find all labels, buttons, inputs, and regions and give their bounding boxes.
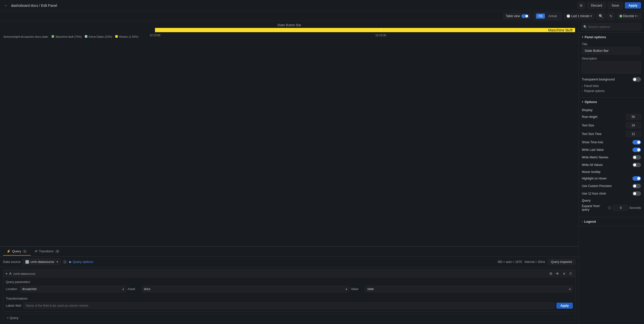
labels-field-input[interactable] [23,302,554,309]
discrete-selector[interactable]: Discrete ▾ › [617,13,641,19]
chevron-down-icon3: ▾ [57,260,58,263]
query-toolbar-left: Data source umh-datasource ▾ i ▶ Query o… [3,259,93,265]
apply-small-button[interactable]: Apply [556,303,573,309]
left-panel: State Button Bar Maschine läuft 12:13:00… [0,21,579,324]
highlight-hover-row: Highlight on Hover [582,176,641,181]
time-line-2: 12:13:30 [381,28,381,32]
collapse-button[interactable]: ▾ [6,272,7,275]
panel-options-label: Panel options [585,35,606,39]
transparent-bg-toggle[interactable] [632,77,641,82]
gear-button[interactable]: ⚙ [577,2,585,9]
write-last-value-track[interactable] [632,148,641,152]
chevron-right-icon3: › [582,90,583,92]
row-height-input[interactable] [626,114,641,120]
table-view-toggle[interactable]: Table view [503,13,531,19]
table-view-pill[interactable] [521,14,528,18]
description-field-label: Description [582,57,641,60]
query-row-actions: ⧉ 👁 ✕ ⠿ [549,271,573,276]
asset-value: docs [144,287,150,291]
asset-select[interactable]: docs ▾ [142,286,350,292]
tab-transform[interactable]: ⇄ Transform 0 [31,247,63,256]
panel-toolbar: Table view Fill Actual 🕐 Last 1 minute ▾… [0,11,644,21]
search-input[interactable] [581,23,641,30]
add-query-button[interactable]: + Query [3,314,576,322]
transparent-bg-label: Transparent background [582,78,615,81]
discard-button[interactable]: Discard [587,2,606,9]
remove-query-button[interactable]: ✕ [562,271,567,276]
query-params-label: Query parameters [6,280,573,284]
12h-clock-label: Use 12 hour clock [582,192,606,195]
datasource-selector[interactable]: umh-datasource ▾ [23,259,61,265]
repeat-options-link[interactable]: › Repeat options [582,89,641,93]
copy-query-button[interactable]: ⧉ [549,271,553,276]
interval-label: Interval = 20ms [524,260,545,264]
show-time-axis-thumb [637,141,640,144]
refresh-button[interactable]: ↻ [607,13,615,20]
write-all-values-label: Write All Values [582,163,603,167]
chevron-right-icon4: › [582,220,583,223]
location-select[interactable]: dccaachen ▾ [20,286,126,292]
panel-options-header[interactable]: ▾ Panel options [579,33,644,41]
expand-from-input[interactable] [613,205,628,211]
description-textarea[interactable] [582,61,641,73]
discrete-label: Discrete [623,14,634,18]
write-last-value-toggle[interactable] [632,148,641,152]
12h-clock-track[interactable] [632,191,641,196]
title-input[interactable] [582,47,641,54]
transform-badge: 0 [55,250,60,253]
query-section: ⚡ Query 1 ⇄ Transform 0 Data source umh-… [0,246,579,324]
panel-links-link[interactable]: › Panel links [582,84,641,88]
query-options-link[interactable]: ▶ Query options [69,260,93,264]
legend-header[interactable]: › Legend [579,217,644,226]
show-time-axis-row: Show Time Axis [582,140,641,145]
text-size-input[interactable] [626,122,641,128]
value-select[interactable]: state ▾ [365,286,573,292]
panel-options-body: Title Description Transparent background… [579,41,644,97]
12h-clock-toggle[interactable] [632,191,641,196]
actual-button[interactable]: Actual [546,14,559,19]
hide-query-button[interactable]: 👁 [555,271,560,276]
query-row-a: ▾ A (umh-datasource) ⧉ 👁 ✕ ⠿ Query param… [3,269,576,312]
apply-button[interactable]: Apply [625,2,641,9]
right-panel: 🔍 ▾ Panel options Title Description Tran… [579,21,644,324]
write-all-values-toggle[interactable] [632,163,641,167]
custom-precision-track[interactable] [632,184,641,188]
bar-text: Maschine läuft [548,28,573,32]
fill-button[interactable]: Fill [536,14,545,19]
time-range-selector[interactable]: 🕐 Last 1 minute ▾ [564,13,594,19]
write-metric-names-toggle[interactable] [632,155,641,160]
transparent-bg-thumb [633,78,636,81]
back-button[interactable]: ← [3,2,9,9]
write-all-values-track[interactable] [632,163,641,167]
show-time-axis-track[interactable] [632,140,641,145]
query-options-label: Query options [73,260,93,264]
custom-precision-toggle[interactable] [632,184,641,188]
write-metric-names-track[interactable] [632,155,641,160]
transparent-bg-track[interactable] [632,77,641,82]
tab-query[interactable]: ⚡ Query 1 [3,247,31,256]
chevron-down-icon: ▾ [590,15,592,17]
expand-info-icon: ⓘ [608,206,611,210]
query-inspector-button[interactable]: Query inspector [548,259,576,265]
highlight-hover-toggle[interactable] [632,176,641,181]
custom-precision-thumb [633,184,636,188]
asset-label: Asset [128,287,140,291]
highlight-hover-track[interactable] [632,176,641,181]
text-size-time-input[interactable] [626,131,641,137]
search-wrap: 🔍 [581,23,641,30]
info-button[interactable]: i [63,260,67,264]
zoom-button[interactable]: 🔍 [596,13,605,20]
write-metric-names-label: Write Metric Names [582,156,608,159]
write-metric-names-row: Write Metric Names [582,155,641,160]
expand-from-row: Expand 'from' query ⓘ Seconds [582,204,641,211]
top-header: ← dashoboard docs / Edit Panel ⚙ Discard… [0,0,644,11]
row-height-label: Row Height [582,115,597,119]
drag-handle[interactable]: ⠿ [568,271,573,276]
options-header[interactable]: ▾ Options [579,98,644,106]
save-button[interactable]: Save [608,2,623,9]
tab-transform-label: Transform [39,249,54,253]
query-icon: ⚡ [7,249,11,253]
write-all-values-thumb [633,163,636,166]
show-time-axis-toggle[interactable] [632,140,641,145]
fill-actual-group: Fill Actual [533,12,562,20]
